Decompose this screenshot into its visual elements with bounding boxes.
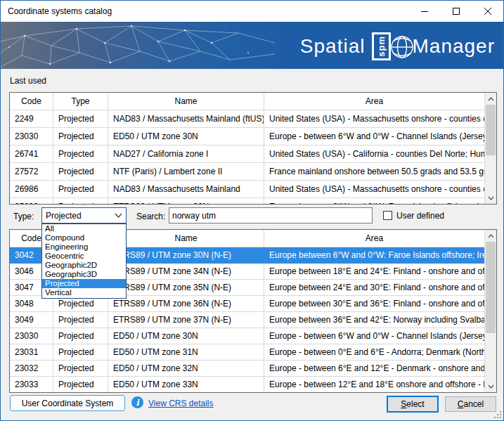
scroll-up-button[interactable] — [485, 93, 496, 105]
user-coordinate-system-button[interactable]: User Coordinate System — [10, 395, 125, 411]
cell-code: 27572 — [10, 163, 53, 181]
close-button[interactable] — [472, 1, 503, 22]
table-row-23031[interactable]: 23031ProjectedED50 / UTM zone 31NEurope … — [10, 344, 484, 361]
last-used-table-body: 2249ProjectedNAD83 / Massachusetts Mainl… — [10, 110, 484, 204]
cell-name: ETRS89 / UTM zone 30N — [108, 198, 264, 204]
maximize-icon — [452, 7, 460, 15]
column-header-code[interactable]: Code — [10, 93, 53, 110]
last-used-table-header: CodeTypeNameArea — [10, 93, 484, 110]
cell-area: Europe between 30°E and 36°E: Finland - … — [264, 296, 484, 312]
table-row-3049[interactable]: 3049ProjectedETRS89 / UTM zone 37N (N-E)… — [10, 312, 484, 328]
brand-logo: Spatial spm Manager — [300, 31, 495, 62]
table-row-23032[interactable]: 23032ProjectedED50 / UTM zone 32NEurope … — [10, 361, 484, 377]
cell-area: Europe - between 12°E and 18°E onshore a… — [264, 377, 484, 392]
type-combobox[interactable]: Projected — [41, 207, 127, 224]
cell-code: 26741 — [10, 145, 53, 163]
maximize-button[interactable] — [440, 1, 472, 22]
table-row-23033[interactable]: 23033ProjectedED50 / UTM zone 33NEurope … — [10, 377, 484, 392]
cell-type: Projected — [53, 198, 108, 204]
scrollbar-thumb[interactable] — [486, 105, 496, 155]
cell-type: Projected — [53, 181, 108, 198]
cell-area: Europe between 24°E and 30°E: Finland - … — [264, 280, 484, 296]
column-header-name[interactable]: Name — [108, 93, 264, 110]
dropdown-option-compound[interactable]: Compound — [42, 233, 126, 242]
scrollbar-thumb[interactable] — [486, 242, 496, 333]
cell-type: Projected — [53, 110, 108, 128]
table-row-23030[interactable]: 23030ProjectedED50 / UTM zone 30NEurope … — [10, 328, 484, 344]
table-row-27572[interactable]: 27572ProjectedNTF (Paris) / Lambert zone… — [10, 163, 484, 181]
chevron-down-icon — [488, 384, 494, 389]
chevron-up-icon — [488, 234, 494, 238]
brand-word-spatial: Spatial — [300, 35, 366, 58]
cell-area: France mainland onshore between 50.5 gra… — [264, 163, 484, 181]
type-dropdown-list: AllCompoundEngineeringGeocentricGeograph… — [41, 224, 127, 299]
cell-name: NAD83 / Massachusetts Mainland (ftUS) — [108, 110, 264, 128]
minimize-button[interactable] — [408, 1, 440, 22]
user-defined-label: User defined — [396, 211, 444, 221]
cell-name: NAD83 / Massachusetts Mainland — [108, 181, 264, 198]
cell-name: NAD27 / California zone I — [108, 145, 264, 163]
window-controls — [408, 1, 503, 22]
cell-code: 23030 — [10, 328, 53, 344]
user-defined-checkbox[interactable] — [383, 211, 392, 220]
dropdown-option-projected[interactable]: Projected — [42, 279, 126, 288]
dropdown-option-vertical[interactable]: Vertical — [42, 288, 126, 297]
cell-name: ED50 / UTM zone 32N — [108, 361, 264, 377]
dropdown-option-geographic2d[interactable]: Geographic2D — [42, 261, 126, 270]
cell-area: United States (USA) - Massachusetts onsh… — [264, 181, 484, 198]
type-label: Type: — [13, 212, 34, 221]
cell-name: NTF (Paris) / Lambert zone II — [108, 163, 264, 181]
cell-code: 2249 — [10, 110, 53, 128]
last-used-scrollbar[interactable] — [484, 93, 496, 204]
column-header-area[interactable]: Area — [264, 93, 484, 110]
cell-type: Projected — [53, 328, 108, 344]
dropdown-option-geocentric[interactable]: Geocentric — [42, 252, 126, 261]
dropdown-option-geographic3d[interactable]: Geographic3D — [42, 270, 126, 279]
cell-area: Europe between 36°E and 42°E: Norway inc… — [264, 312, 484, 328]
view-crs-details-link[interactable]: View CRS details — [148, 399, 213, 408]
search-input[interactable] — [169, 207, 373, 224]
cell-name: ED50 / UTM zone 33N — [108, 377, 264, 392]
cell-area: United States (USA) - Massachusetts onsh… — [264, 110, 484, 128]
table-row-25830[interactable]: 25830ProjectedETRS89 / UTM zone 30NEurop… — [10, 198, 484, 204]
results-scrollbar[interactable] — [484, 230, 496, 392]
table-row-23030[interactable]: 23030ProjectedED50 / UTM zone 30NEurope … — [10, 128, 484, 145]
titlebar: Coordinate systems catalog — [1, 1, 503, 22]
coordinate-systems-catalog-dialog: Coordinate systems catalog — [0, 0, 504, 421]
cell-code: 23031 — [10, 344, 53, 361]
select-button[interactable]: Select — [387, 396, 439, 413]
column-header-area[interactable]: Area — [264, 230, 484, 247]
cell-name: ETRS89 / UTM zone 36N (N-E) — [108, 296, 264, 312]
close-icon — [484, 7, 492, 15]
chevron-down-icon — [488, 196, 494, 200]
cell-name: ED50 / UTM zone 30N — [108, 128, 264, 145]
brand-banner: Spatial spm Manager — [1, 22, 503, 69]
table-row-2249[interactable]: 2249ProjectedNAD83 / Massachusetts Mainl… — [10, 110, 484, 128]
cancel-button[interactable]: Cancel — [445, 396, 496, 412]
scroll-down-button[interactable] — [485, 380, 496, 392]
brand-word-manager: Manager — [412, 35, 495, 58]
cell-area: Europe - between 0°E and 6°E - Andorra; … — [264, 344, 484, 361]
cell-code: 26986 — [10, 181, 53, 198]
last-used-label: Last used — [10, 76, 46, 86]
cell-area: Europe - between 6°W and 0°W - Channel I… — [264, 128, 484, 145]
cell-name: ED50 / UTM zone 30N — [108, 328, 264, 344]
dropdown-option-engineering[interactable]: Engineering — [42, 242, 126, 252]
column-header-type[interactable]: Type — [53, 93, 108, 110]
minimize-icon — [420, 7, 429, 15]
table-row-26741[interactable]: 26741ProjectedNAD27 / California zone IU… — [10, 145, 484, 163]
column-header-name[interactable]: Name — [108, 230, 264, 247]
dropdown-option-all[interactable]: All — [42, 224, 126, 233]
cell-code: 25830 — [10, 198, 53, 204]
cell-area: Europe - between 6°E and 12°E - Denmark … — [264, 361, 484, 377]
cell-name: ETRS89 / UTM zone 34N (N-E) — [108, 264, 264, 280]
cell-type: Projected — [53, 312, 108, 328]
table-row-26986[interactable]: 26986ProjectedNAD83 / Massachusetts Main… — [10, 181, 484, 198]
info-icon: i — [131, 396, 143, 408]
cell-type: Projected — [53, 344, 108, 361]
resize-grip[interactable] — [493, 410, 502, 419]
scroll-up-button[interactable] — [485, 230, 496, 242]
scroll-down-button[interactable] — [485, 192, 496, 204]
cell-code: 23030 — [10, 128, 53, 145]
cell-type: Projected — [53, 145, 108, 163]
